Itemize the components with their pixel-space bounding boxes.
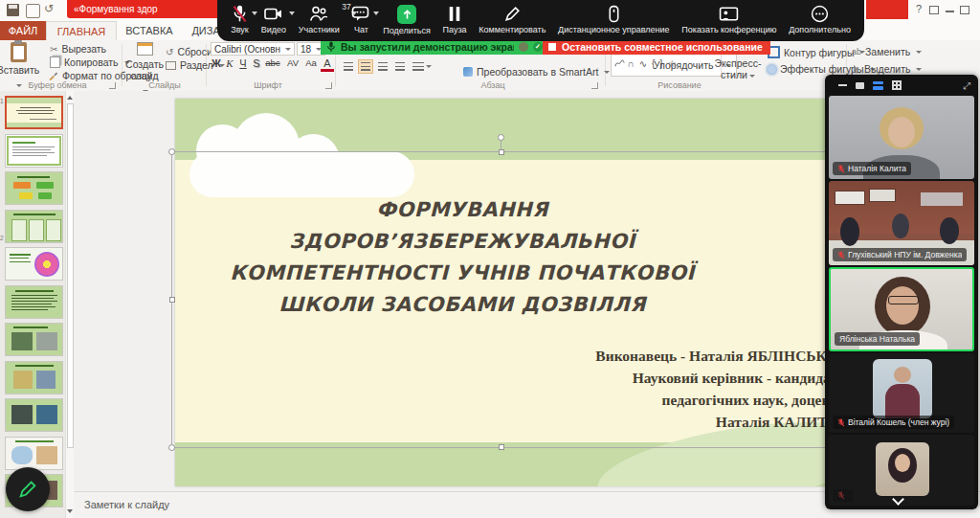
slide-thumbnail-1[interactable] — [5, 96, 63, 129]
slide-number: 2 — [0, 235, 4, 241]
notes-label: Заметки к слайду — [84, 499, 169, 510]
replace-icon: ab — [852, 47, 861, 56]
video-tile-3[interactable]: Яблінська Наталька — [829, 267, 974, 351]
text-shadow-button[interactable]: S — [250, 57, 263, 69]
annotate-button[interactable]: Комментировать — [479, 0, 546, 41]
shape-effects-icon — [768, 65, 776, 74]
pencil-icon — [17, 479, 38, 500]
chat-button[interactable]: Чат — [351, 0, 370, 41]
speaker-view-icon[interactable] — [856, 82, 864, 89]
participant-name-tag: Віталій Кошель (член журі) — [833, 416, 954, 429]
video-tile-1[interactable]: Наталія Калита — [829, 96, 974, 179]
video-tile-4[interactable]: Віталій Кошель (член журі) — [829, 353, 974, 433]
paragraph-dialog-launcher[interactable] — [591, 82, 598, 89]
participants-button[interactable]: 37 Участники — [299, 0, 340, 41]
audio-button[interactable]: Звук — [231, 0, 249, 41]
stop-share-button[interactable]: Остановить совместное использование — [543, 39, 770, 55]
show-meeting-icon — [719, 5, 739, 23]
quick-styles-button[interactable]: Экспресс- стили — [713, 57, 763, 80]
video-tile-2[interactable]: Глухівський НПУ ім. Довженка — [829, 181, 974, 265]
annotation-pencil-button[interactable] — [6, 467, 50, 511]
char-spacing-button[interactable]: AV — [284, 57, 301, 68]
avatar — [876, 442, 929, 496]
tab-file[interactable]: ФАЙЛ — [0, 21, 46, 40]
restore-icon[interactable] — [960, 6, 969, 14]
meeting-toolbar: Звук Видео 37 Участники — [217, 0, 864, 41]
more-participants-chevron[interactable] — [893, 494, 902, 504]
minimize-icon[interactable] — [946, 11, 954, 12]
slide-thumbnail-6[interactable] — [5, 285, 63, 319]
gallery-view-icon[interactable] — [892, 80, 902, 90]
font-dialog-launcher[interactable] — [325, 82, 332, 89]
share-screen-button[interactable]: Поделиться — [383, 0, 431, 41]
video-button[interactable]: Видео — [261, 0, 286, 41]
participants-icon — [309, 5, 328, 23]
slide-title-text[interactable]: ФОРМУВАННЯ ЗДОРОВ’ЯЗБЕРЕЖУВАЛЬНОЇ КОМПЕТ… — [185, 194, 740, 321]
columns-button[interactable] — [412, 59, 433, 74]
remote-control-button[interactable]: Дистанционное управление — [558, 0, 669, 41]
scroll-down-arrow[interactable] — [67, 509, 73, 513]
slide-thumbnail-9[interactable] — [5, 398, 63, 432]
select-button[interactable]: Выделить — [852, 63, 922, 75]
minimize-panel-icon[interactable] — [838, 84, 847, 86]
strip-view-icon[interactable] — [873, 81, 883, 90]
pause-share-button[interactable]: Пауза — [443, 0, 467, 41]
banner-check-icon: ✓ — [533, 42, 543, 52]
clipboard-dialog-launcher[interactable] — [109, 82, 116, 89]
align-center-button[interactable] — [358, 59, 373, 74]
glasses — [888, 296, 919, 304]
smartart-button[interactable]: Преобразовать в SmartArt — [463, 66, 610, 78]
slide-thumbnail-10[interactable] — [5, 437, 63, 470]
undo-icon[interactable]: ↺ — [44, 2, 54, 15]
chat-options-chevron[interactable] — [373, 11, 379, 15]
slide-thumbnail-8[interactable] — [5, 361, 63, 394]
banner-cam-status-icon — [519, 42, 528, 52]
shape-wave-icon: ∿ — [639, 58, 647, 69]
arrange-button[interactable]: Упорядочить — [654, 59, 713, 71]
more-ellipsis-icon — [811, 5, 829, 23]
share-icon — [397, 5, 416, 24]
scrollbar-thumb[interactable] — [67, 103, 74, 448]
participant-name-tag — [833, 489, 853, 502]
slide-thumbnail-2[interactable] — [5, 134, 63, 168]
shape-scribble-icon — [614, 58, 625, 69]
save-icon[interactable] — [7, 4, 19, 16]
copy-button[interactable]: Копировать — [50, 56, 130, 68]
tab-home[interactable]: ГЛАВНАЯ — [46, 21, 117, 40]
tab-insert[interactable]: ВСТАВКА — [117, 21, 182, 40]
scroll-up-arrow[interactable] — [67, 96, 73, 100]
slideshow-icon[interactable] — [26, 4, 40, 18]
expand-panel-icon[interactable]: ⤢ — [963, 80, 970, 92]
show-meeting-button[interactable]: Показать конференцию — [681, 0, 776, 41]
italic-button[interactable]: К — [223, 57, 236, 69]
align-left-button[interactable] — [341, 59, 356, 74]
justify-button[interactable] — [392, 59, 408, 74]
slide-thumbnail-4[interactable] — [5, 210, 63, 243]
new-slide-icon — [137, 42, 153, 56]
strikethrough-button[interactable]: abc — [263, 57, 282, 68]
slide-thumbnails-panel: 1 2 — [0, 91, 75, 518]
red-indicator — [866, 0, 908, 19]
more-button[interactable]: Дополнительно — [789, 0, 851, 41]
underline-button[interactable]: Ч — [236, 57, 250, 69]
slide-thumbnail-5[interactable] — [5, 247, 63, 281]
slide-thumbnail-7[interactable] — [5, 323, 63, 356]
muted-mic-icon — [837, 251, 845, 259]
change-case-button[interactable]: Aa — [303, 57, 319, 68]
slide-credits-text[interactable]: Виконавець - Наталія ЯБЛІНСЬКА Науковий … — [383, 345, 837, 433]
slide-canvas[interactable]: ФОРМУВАННЯ ЗДОРОВ’ЯЗБЕРЕЖУВАЛЬНОЇ КОМПЕТ… — [175, 99, 864, 486]
font-color-button[interactable]: А — [321, 57, 334, 72]
clipboard-group-label: Буфер обмена — [0, 80, 115, 90]
help-button[interactable]: ? — [912, 3, 925, 14]
font-family-select[interactable]: Calibri (Основн — [211, 42, 295, 56]
replace-button[interactable]: ab Заменить — [852, 46, 922, 57]
annotate-pencil-icon — [503, 5, 522, 23]
audio-options-chevron[interactable] — [252, 11, 257, 15]
align-right-button[interactable] — [375, 59, 390, 74]
slide-thumbnail-3[interactable] — [5, 171, 63, 205]
bold-button[interactable]: Ж — [210, 57, 223, 69]
video-options-chevron[interactable] — [289, 11, 295, 15]
cut-button[interactable]: ✂ Вырезать — [50, 43, 106, 55]
ribbon-options-icon[interactable] — [929, 6, 939, 14]
muted-mic-icon — [837, 418, 845, 427]
